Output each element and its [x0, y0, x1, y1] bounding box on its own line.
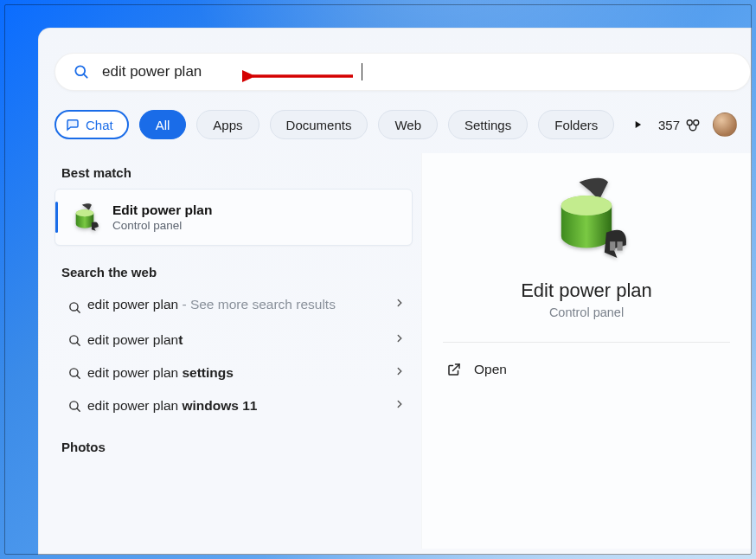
- rewards-points[interactable]: 357: [658, 117, 701, 132]
- power-plan-icon: [67, 200, 102, 235]
- filter-all-label: All: [156, 118, 170, 132]
- open-label: Open: [474, 362, 507, 377]
- chevron-right-icon: [394, 332, 406, 348]
- preview-icon: [422, 169, 751, 264]
- preview-title: Edit power plan: [422, 280, 751, 302]
- svg-point-16: [561, 196, 612, 215]
- best-match-result[interactable]: Edit power plan Control panel: [54, 189, 413, 246]
- svg-point-6: [76, 209, 94, 216]
- filter-web-label: Web: [394, 118, 421, 132]
- rewards-icon: [685, 117, 701, 132]
- web-result-label: edit power plan windows 11: [87, 398, 394, 414]
- filter-settings[interactable]: Settings: [448, 110, 528, 139]
- selection-accent: [55, 202, 58, 233]
- open-action[interactable]: Open: [422, 343, 751, 396]
- svg-line-8: [76, 310, 79, 312]
- search-icon: [61, 399, 87, 414]
- search-icon: [61, 300, 87, 315]
- section-best-match: Best match: [61, 165, 413, 180]
- section-photos: Photos: [61, 440, 413, 454]
- filter-documents[interactable]: Documents: [270, 110, 368, 139]
- web-result-2[interactable]: edit power plan settings: [54, 357, 413, 389]
- web-result-label: edit power plan - See more search result…: [87, 297, 394, 312]
- filter-folders[interactable]: Folders: [538, 110, 614, 139]
- search-icon: [61, 333, 87, 348]
- svg-line-10: [76, 342, 79, 344]
- svg-rect-17: [610, 241, 615, 250]
- chevron-right-icon: [394, 365, 406, 381]
- web-result-1[interactable]: edit power plant: [54, 324, 413, 357]
- filter-folders-label: Folders: [554, 118, 598, 132]
- filter-apps[interactable]: Apps: [196, 110, 259, 139]
- search-bar[interactable]: edit power plan: [54, 53, 751, 91]
- search-icon: [73, 63, 90, 80]
- best-match-title: Edit power plan: [112, 202, 212, 218]
- svg-line-12: [76, 375, 79, 377]
- svg-rect-18: [617, 241, 622, 250]
- web-result-label: edit power plan settings: [87, 365, 394, 381]
- windows-search-panel: edit power plan Chat All Apps Documents …: [38, 28, 752, 555]
- filter-settings-label: Settings: [464, 118, 511, 132]
- svg-line-1: [84, 74, 87, 78]
- best-match-subtitle: Control panel: [112, 219, 212, 232]
- svg-point-3: [687, 120, 692, 125]
- filter-apps-label: Apps: [213, 118, 242, 132]
- bing-chat-icon: [65, 117, 80, 132]
- filter-all[interactable]: All: [139, 110, 187, 139]
- web-result-3[interactable]: edit power plan windows 11: [54, 389, 413, 422]
- open-icon: [446, 362, 462, 377]
- chevron-right-icon: [394, 398, 406, 414]
- web-results-list: edit power plan - See more search result…: [54, 288, 413, 422]
- annotation-arrow: [242, 63, 355, 89]
- search-icon: [61, 366, 87, 381]
- filter-row: Chat All Apps Documents Web Settings Fol…: [54, 110, 751, 139]
- filter-web[interactable]: Web: [378, 110, 438, 139]
- svg-point-4: [694, 120, 699, 125]
- user-avatar[interactable]: [713, 112, 737, 137]
- filter-chat-label: Chat: [86, 118, 113, 132]
- rewards-points-value: 357: [658, 118, 680, 132]
- filter-chat[interactable]: Chat: [54, 110, 129, 139]
- svg-line-14: [76, 408, 79, 410]
- web-result-0[interactable]: edit power plan - See more search result…: [54, 288, 413, 324]
- web-result-label: edit power plant: [87, 332, 394, 348]
- results-left-column: Best match Edit po: [39, 153, 413, 549]
- chevron-right-icon: [394, 297, 406, 312]
- more-filters-button[interactable]: [630, 117, 645, 132]
- preview-subtitle: Control panel: [422, 305, 751, 319]
- filter-documents-label: Documents: [286, 118, 352, 132]
- preview-pane: Edit power plan Control panel Open: [421, 153, 751, 549]
- results-content: Best match Edit po: [39, 153, 751, 549]
- text-caret: [362, 63, 362, 80]
- section-search-web: Search the web: [61, 265, 413, 280]
